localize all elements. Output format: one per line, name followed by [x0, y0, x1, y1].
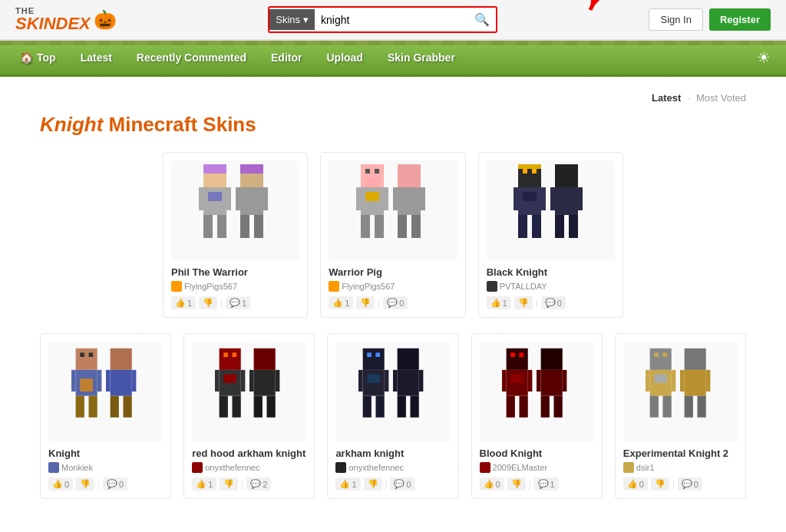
svg-rect-19 — [365, 178, 379, 187]
site-logo[interactable]: THE SKINDEX 🎃 — [15, 7, 117, 32]
comment-button-red-hood[interactable]: 💬 2 — [246, 477, 271, 491]
svg-rect-119 — [680, 370, 685, 392]
svg-rect-92 — [410, 396, 418, 418]
svg-rect-100 — [507, 396, 515, 418]
skin-card-black-knight[interactable]: Black Knight PVTALLDAY 👍 1 👎 | 💬 0 — [478, 152, 623, 318]
skin-name-black-knight: Black Knight — [487, 266, 615, 278]
skin-name-knight: Knight — [48, 448, 163, 459]
skin-author-warrior-pig: FlyingPigs567 — [329, 281, 457, 292]
svg-rect-44 — [550, 187, 555, 210]
brightness-icon[interactable]: ☀ — [749, 41, 778, 74]
top-skin-row: Phil The Warrior FlyingPigs567 👍 1 👎 | 💬… — [163, 152, 623, 318]
search-submit-button[interactable]: 🔍 — [468, 8, 496, 31]
search-type-dropdown[interactable]: Skins ▾ — [269, 9, 315, 30]
like-button-knight[interactable]: 👍 0 — [48, 477, 73, 491]
skin-actions-warrior-pig: 👍 1 👎 | 💬 0 — [329, 296, 457, 309]
svg-rect-113 — [646, 370, 650, 392]
skin-card-blood-knight[interactable]: Blood Knight 2009ELMaster 👍 0 👎 | 💬 1 — [471, 333, 603, 499]
red-arrow-indicator — [560, 0, 652, 29]
svg-rect-63 — [219, 349, 240, 370]
svg-rect-101 — [520, 396, 528, 418]
skin-card-phil-warrior[interactable]: Phil The Warrior FlyingPigs567 👍 1 👎 | 💬… — [163, 152, 308, 318]
nav-item-skin-grabber[interactable]: Skin Grabber — [375, 42, 467, 73]
like-button-red-hood[interactable]: 👍 1 — [192, 477, 216, 491]
svg-rect-94 — [510, 352, 515, 357]
nav-item-upload[interactable]: Upload — [314, 42, 375, 73]
svg-rect-93 — [507, 349, 528, 370]
svg-rect-42 — [555, 164, 578, 187]
like-button-warrior-pig[interactable]: 👍 1 — [329, 296, 353, 309]
skin-actions-blood-knight: 👍 0 👎 | 💬 1 — [480, 477, 594, 491]
search-input[interactable] — [315, 9, 468, 31]
svg-rect-64 — [223, 352, 228, 357]
svg-rect-2 — [203, 164, 226, 173]
svg-rect-15 — [254, 215, 263, 238]
author-avatar-warrior-pig — [329, 281, 339, 292]
svg-rect-43 — [555, 187, 578, 215]
svg-rect-22 — [356, 187, 361, 210]
like-button-black-knight[interactable]: 👍 1 — [487, 296, 511, 309]
nav-item-recently-commented[interactable]: Recently Commented — [124, 42, 259, 73]
svg-rect-48 — [75, 349, 97, 370]
svg-rect-29 — [421, 187, 425, 210]
svg-rect-53 — [71, 370, 76, 392]
svg-rect-116 — [663, 396, 672, 418]
comment-button-arkham-knight[interactable]: 💬 0 — [390, 477, 414, 491]
skin-card-knight[interactable]: Knight Monkiek 👍 0 👎 | 💬 0 — [40, 333, 171, 499]
nav-item-top[interactable]: 🏠 Top — [8, 42, 68, 73]
skin-card-warrior-pig[interactable]: Warrior Pig FlyingPigs567 👍 1 👎 | 💬 0 — [320, 152, 465, 318]
sort-most-voted[interactable]: Most Voted — [696, 92, 746, 104]
svg-rect-103 — [541, 370, 563, 396]
svg-rect-4 — [208, 192, 222, 201]
dislike-button-experimental-knight[interactable]: 👎 — [651, 477, 669, 491]
svg-rect-68 — [215, 370, 220, 392]
main-content: Latest · Most Voted Knight Minecraft Ski… — [25, 77, 761, 530]
comment-button-knight[interactable]: 💬 0 — [103, 477, 127, 491]
comment-button-black-knight[interactable]: 💬 0 — [541, 296, 566, 309]
svg-rect-61 — [110, 396, 118, 418]
svg-rect-86 — [375, 396, 384, 418]
like-button-arkham-knight[interactable]: 👍 1 — [335, 477, 360, 491]
comment-button-phil[interactable]: 💬 1 — [226, 296, 250, 309]
home-icon: 🏠 — [20, 51, 33, 64]
svg-rect-88 — [398, 370, 419, 396]
skin-preview-red-hood — [192, 342, 306, 441]
comment-button-warrior-pig[interactable]: 💬 0 — [383, 296, 408, 309]
page-title: Knight Minecraft Skins — [40, 113, 746, 137]
like-button-blood-knight[interactable]: 👍 0 — [480, 477, 504, 491]
dislike-button-phil[interactable]: 👎 — [199, 296, 217, 309]
svg-rect-26 — [398, 164, 421, 187]
svg-rect-17 — [365, 169, 370, 173]
comment-button-experimental-knight[interactable]: 💬 0 — [678, 477, 702, 491]
skin-card-experimental-knight[interactable]: Experimental Knight 2 dsir1 👍 0 👎 | 💬 0 — [615, 333, 746, 499]
svg-rect-54 — [97, 370, 101, 392]
like-button-phil[interactable]: 👍 1 — [171, 296, 196, 309]
nav-item-editor[interactable]: Editor — [259, 42, 314, 73]
author-avatar-phil — [171, 281, 182, 292]
signin-button[interactable]: Sign In — [649, 8, 702, 31]
dislike-button-black-knight[interactable]: 👎 — [514, 296, 533, 309]
svg-rect-118 — [685, 370, 706, 396]
svg-rect-13 — [263, 187, 268, 210]
comment-button-blood-knight[interactable]: 💬 1 — [534, 477, 559, 491]
author-avatar-knight — [48, 462, 59, 473]
dislike-button-blood-knight[interactable]: 👎 — [507, 477, 526, 491]
svg-rect-50 — [88, 352, 93, 357]
sort-bar: Latest · Most Voted — [40, 92, 746, 104]
svg-rect-46 — [555, 215, 564, 238]
register-button[interactable]: Register — [709, 8, 771, 31]
svg-rect-98 — [502, 370, 507, 392]
svg-rect-10 — [240, 164, 263, 173]
sort-latest[interactable]: Latest — [652, 92, 681, 104]
skin-card-red-hood[interactable]: red hood arkham knight onyxthefennec 👍 1… — [183, 333, 315, 499]
like-button-experimental-knight[interactable]: 👍 0 — [623, 477, 648, 491]
author-avatar-red-hood — [192, 462, 203, 473]
dislike-button-arkham-knight[interactable]: 👎 — [364, 477, 382, 491]
svg-rect-112 — [655, 375, 668, 383]
skin-preview-black-knight — [487, 160, 615, 260]
dislike-button-warrior-pig[interactable]: 👎 — [356, 296, 375, 309]
dislike-button-knight[interactable]: 👎 — [76, 477, 94, 491]
dislike-button-red-hood[interactable]: 👎 — [220, 477, 238, 491]
nav-item-latest[interactable]: Latest — [68, 42, 124, 73]
skin-card-arkham-knight[interactable]: arkham knight onyxthefennec 👍 1 👎 | 💬 0 — [327, 333, 458, 499]
